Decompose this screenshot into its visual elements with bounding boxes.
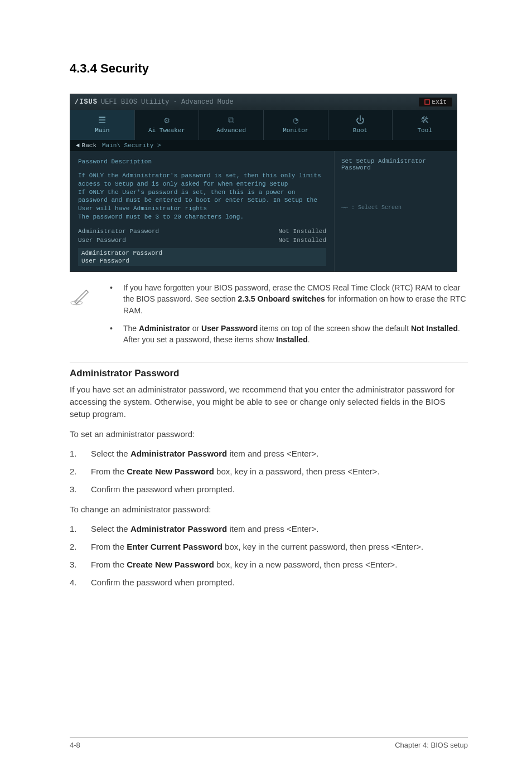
note-2-c: or	[190, 324, 201, 333]
divider	[70, 362, 468, 362]
breadcrumb: ◄ Back Main\ Security >	[70, 140, 457, 151]
admin-password-intro: If you have set an administrator passwor…	[70, 384, 468, 420]
help-footnote: →← : Select Screen	[341, 205, 450, 211]
c2c: box, key in the current password, then p…	[223, 542, 423, 551]
user-password-item[interactable]: User Password	[81, 258, 323, 264]
admin-password-value: Not Installed	[278, 228, 326, 235]
exit-label: Exit	[432, 99, 447, 105]
back-label: Back	[82, 142, 96, 149]
bios-tab-bar: ☰ Main ⚙ Ai Tweaker ⧉ Advanced ◔ Monitor…	[70, 110, 457, 140]
set-password-lead: To set an administrator password:	[70, 428, 468, 440]
help-text: Set Setup Administrator Password	[341, 158, 450, 171]
admin-password-status-row: Administrator Password Not Installed	[78, 227, 326, 236]
c4: Confirm the password when prompted.	[91, 576, 468, 589]
chapter-label: Chapter 4: BIOS setup	[395, 741, 468, 749]
admin-password-label: Administrator Password	[78, 228, 159, 235]
tab-tool-label: Tool	[417, 127, 432, 134]
c3a: From the	[91, 560, 127, 569]
back-button[interactable]: ◄ Back	[76, 142, 96, 149]
bios-titlebar: /ISUS UEFI BIOS Utility - Advanced Mode …	[70, 94, 457, 110]
page-footer: 4-8 Chapter 4: BIOS setup	[70, 737, 468, 749]
chg-num-1: 1.	[70, 523, 79, 535]
tab-adv-label: Advanced	[216, 127, 246, 134]
tab-ai-tweaker[interactable]: ⚙ Ai Tweaker	[135, 110, 200, 140]
note-1-bold: 2.3.5 Onboard switches	[238, 294, 325, 303]
tab-tool[interactable]: 🛠 Tool	[393, 110, 457, 140]
note-2-f: Not Installed	[411, 324, 458, 333]
bios-brand-logo: /ISUS	[75, 98, 98, 106]
breadcrumb-path: Main\ Security >	[102, 142, 161, 149]
s1c: item and press <Enter>.	[227, 449, 318, 458]
s2b: Create New Password	[127, 467, 214, 476]
chg-step-2: 2.From the Enter Current Password box, k…	[70, 541, 468, 553]
set-step-2: 2.From the Create New Password box, key …	[70, 465, 468, 478]
list-icon: ☰	[98, 117, 106, 125]
tab-ai-label: Ai Tweaker	[148, 127, 185, 134]
s2c: box, key in a password, then press <Ente…	[214, 467, 380, 476]
tab-monitor[interactable]: ◔ Monitor	[264, 110, 328, 140]
tool-icon: 🛠	[420, 117, 429, 125]
arrow-left-icon: ◄	[76, 142, 80, 149]
note-2-h: Installed	[276, 335, 308, 344]
power-icon: ⏻	[356, 117, 365, 125]
bullet-icon: •	[110, 323, 113, 346]
bios-mode-label: UEFI BIOS Utility - Advanced Mode	[101, 98, 234, 106]
s1a: Select the	[91, 449, 130, 458]
note-1: • If you have forgotten your BIOS passwo…	[110, 282, 468, 316]
c3b: Create New Password	[127, 560, 214, 569]
tab-mon-label: Monitor	[283, 127, 308, 134]
tab-main[interactable]: ☰ Main	[70, 110, 135, 140]
user-password-label: User Password	[78, 237, 126, 244]
c3c: box, key in a new password, then press <…	[214, 560, 398, 569]
exit-icon	[424, 99, 430, 105]
step-num-3: 3.	[70, 483, 79, 496]
change-password-lead: To change an administrator password:	[70, 503, 468, 516]
s2a: From the	[91, 467, 127, 476]
step-num-1: 1.	[70, 448, 79, 460]
svg-rect-0	[425, 100, 429, 104]
bios-help-panel: Set Setup Administrator Password →← : Se…	[334, 151, 457, 271]
bios-left-panel: Password Description If ONLY the Adminis…	[70, 151, 334, 271]
c1a: Select the	[91, 524, 130, 534]
exit-button[interactable]: Exit	[419, 98, 452, 106]
chip-icon: ⚙	[164, 117, 170, 125]
note-2-d: User Password	[201, 324, 258, 333]
chg-step-3: 3.From the Create New Password box, key …	[70, 559, 468, 571]
note-2: • The Administrator or User Password ite…	[110, 323, 468, 346]
tab-advanced[interactable]: ⧉ Advanced	[199, 110, 264, 140]
chg-step-1: 1.Select the Administrator Password item…	[70, 523, 468, 535]
note-2-a: The	[123, 324, 139, 333]
tab-main-label: Main	[95, 127, 109, 134]
note-2-i: .	[308, 335, 310, 344]
bios-screenshot: /ISUS UEFI BIOS Utility - Advanced Mode …	[70, 94, 457, 272]
chg-num-2: 2.	[70, 541, 79, 553]
step-num-2: 2.	[70, 465, 79, 478]
tab-boot[interactable]: ⏻ Boot	[328, 110, 393, 140]
password-description-title: Password Description	[78, 158, 326, 166]
administrator-password-item[interactable]: Administrator Password	[81, 250, 323, 256]
c2a: From the	[91, 542, 127, 551]
page-number: 4-8	[70, 741, 80, 749]
c1c: item and press <Enter>.	[227, 524, 318, 534]
note-2-e: items on top of the screen show the defa…	[258, 324, 411, 333]
note-pen-icon	[70, 282, 96, 352]
c1b: Administrator Password	[130, 524, 227, 534]
set-step-3: 3.Confirm the password when prompted.	[70, 483, 468, 496]
section-heading: 4.3.4 Security	[70, 61, 468, 76]
tab-boot-label: Boot	[353, 127, 367, 134]
user-password-status-row: User Password Not Installed	[78, 236, 326, 245]
chg-num-3: 3.	[70, 559, 79, 571]
administrator-password-heading: Administrator Password	[70, 368, 468, 379]
note-2-b: Administrator	[139, 324, 190, 333]
monitor-icon: ◔	[293, 117, 299, 125]
advanced-icon: ⧉	[228, 117, 234, 125]
selectable-items: Administrator Password User Password	[78, 248, 326, 266]
chg-step-4: 4.Confirm the password when prompted.	[70, 576, 468, 589]
chg-num-4: 4.	[70, 576, 79, 589]
s3: Confirm the password when prompted.	[91, 483, 468, 496]
s1b: Administrator Password	[130, 449, 227, 458]
set-step-1: 1.Select the Administrator Password item…	[70, 448, 468, 460]
c2b: Enter Current Password	[127, 542, 223, 551]
user-password-value: Not Installed	[278, 237, 326, 244]
bullet-icon: •	[110, 282, 113, 316]
